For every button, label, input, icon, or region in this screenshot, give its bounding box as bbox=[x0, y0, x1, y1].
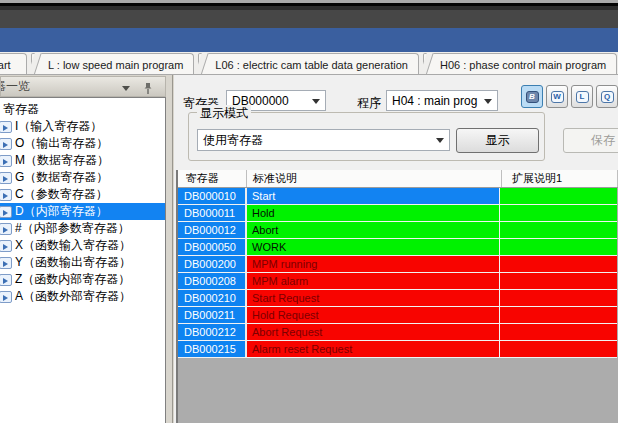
description-cell[interactable]: Abort Request bbox=[247, 324, 500, 341]
extended-description-cell[interactable] bbox=[500, 205, 617, 222]
description-cell[interactable]: MPM alarm bbox=[247, 273, 500, 290]
register-type-icon bbox=[0, 138, 12, 150]
column-header-extended-description[interactable]: 扩展说明1 bbox=[502, 170, 618, 187]
pane-header[interactable]: 寄存器一览 bbox=[0, 76, 166, 97]
tree-item-c-parameter-registers[interactable]: C（参数寄存器） bbox=[0, 186, 165, 203]
tab-start[interactable]: Start bbox=[0, 53, 27, 75]
tree-item-label: Y（函数输出寄存器） bbox=[15, 254, 131, 271]
format-quad-button[interactable]: Q bbox=[596, 85, 618, 108]
description-cell[interactable]: Abort bbox=[247, 222, 500, 239]
register-type-icon bbox=[0, 206, 12, 218]
pane-splitter[interactable] bbox=[168, 75, 173, 423]
tab-low-speed-main-program[interactable]: L : low speed main program bbox=[31, 53, 194, 75]
program-combo-label: 程序 bbox=[357, 95, 381, 112]
tree-item-function-output-registers[interactable]: Y（函数输出寄存器） bbox=[0, 254, 165, 271]
register-type-icon bbox=[0, 189, 12, 201]
quad-format-icon: Q bbox=[601, 91, 614, 103]
column-header-register[interactable]: 寄存器 bbox=[178, 170, 247, 187]
table-row[interactable]: DB000210 Start Request bbox=[178, 290, 618, 307]
tree-item-label: G（数据寄存器） bbox=[15, 169, 108, 186]
tree-item-function-internal-registers[interactable]: Z（函数内部寄存器） bbox=[0, 271, 165, 288]
table-row[interactable]: DB000200 MPM running bbox=[178, 256, 618, 273]
extended-description-cell[interactable] bbox=[500, 256, 617, 273]
tree-item-function-external-registers[interactable]: A（函数外部寄存器） bbox=[0, 288, 165, 305]
tree-item-registers-root[interactable]: 寄存器 bbox=[0, 101, 165, 118]
extended-description-cell[interactable] bbox=[500, 324, 617, 341]
tab-label: H06 : phase control main program bbox=[434, 59, 606, 71]
tree-item-output-registers[interactable]: O（输出寄存器） bbox=[0, 135, 165, 152]
show-button[interactable]: 显示 bbox=[456, 128, 539, 153]
table-row[interactable]: DB000010 Start bbox=[178, 188, 618, 205]
extended-description-cell[interactable] bbox=[500, 290, 617, 307]
extended-description-cell[interactable] bbox=[500, 273, 617, 290]
description-cell[interactable]: MPM running bbox=[247, 256, 500, 273]
table-row[interactable]: DB000215 Alarm reset Request bbox=[178, 341, 618, 358]
table-row[interactable]: DB000050 WORK bbox=[178, 239, 618, 256]
save-button[interactable]: 保存 bbox=[563, 128, 618, 153]
table-row[interactable]: DB000011 Hold bbox=[178, 205, 618, 222]
register-cell[interactable]: DB000200 bbox=[178, 256, 247, 273]
chevron-down-icon bbox=[436, 138, 444, 143]
format-word-button[interactable]: W bbox=[546, 85, 568, 108]
register-type-icon bbox=[0, 291, 12, 303]
show-button-label: 显示 bbox=[486, 132, 510, 149]
tree-item-label: D（内部寄存器） bbox=[15, 203, 108, 220]
extended-description-cell[interactable] bbox=[500, 222, 617, 239]
display-mode-combo[interactable]: 使用寄存器 bbox=[197, 129, 450, 151]
tree-item-label: C（参数寄存器） bbox=[15, 186, 108, 203]
register-cell[interactable]: DB000208 bbox=[178, 273, 247, 290]
long-format-icon: L bbox=[576, 91, 589, 103]
table-header-row: 寄存器 标准说明 扩展说明1 bbox=[178, 170, 618, 188]
display-mode-label: 显示模式 bbox=[197, 105, 251, 122]
tree-item-d-internal-registers[interactable]: D（内部寄存器） bbox=[0, 203, 165, 220]
tree-item-label: X（函数输入寄存器） bbox=[15, 237, 131, 254]
description-cell[interactable]: Start bbox=[247, 188, 500, 205]
register-cell[interactable]: DB000210 bbox=[178, 290, 247, 307]
register-cell[interactable]: DB000215 bbox=[178, 341, 247, 358]
register-type-icon bbox=[0, 155, 12, 167]
extended-description-cell[interactable] bbox=[500, 307, 617, 324]
tree-item-input-registers[interactable]: I（输入寄存器） bbox=[0, 118, 165, 135]
tree-item-internal-parameter-registers[interactable]: #（内部参数寄存器） bbox=[0, 220, 165, 237]
description-cell[interactable]: Hold Request bbox=[247, 307, 500, 324]
register-cell[interactable]: DB000211 bbox=[178, 307, 247, 324]
extended-description-cell[interactable] bbox=[500, 239, 617, 256]
tab-electric-cam-table[interactable]: L06 : electric cam table data generation bbox=[198, 53, 419, 75]
ribbon-band bbox=[0, 28, 618, 52]
format-long-button[interactable]: L bbox=[571, 85, 593, 108]
tree-item-label: O（输出寄存器） bbox=[15, 135, 108, 152]
register-cell[interactable]: DB000012 bbox=[178, 222, 247, 239]
description-cell[interactable]: WORK bbox=[247, 239, 500, 256]
tree-item-label: #（内部参数寄存器） bbox=[15, 220, 130, 237]
tree-item-m-data-registers[interactable]: M（数据寄存器） bbox=[0, 152, 165, 169]
table-row[interactable]: DB000212 Abort Request bbox=[178, 324, 618, 341]
tab-label: L06 : electric cam table data generation bbox=[209, 59, 408, 71]
register-tree: 寄存器 I（输入寄存器） O（输出寄存器） M（数据寄存器） G（数据寄存器） … bbox=[0, 97, 166, 423]
format-bit-button[interactable]: B bbox=[521, 85, 543, 108]
description-cell[interactable]: Alarm reset Request bbox=[247, 341, 500, 358]
register-type-icon bbox=[0, 172, 12, 184]
register-cell[interactable]: DB000212 bbox=[178, 324, 247, 341]
pane-pin-button[interactable] bbox=[141, 82, 155, 94]
program-combo[interactable]: H04 : main prog bbox=[386, 90, 498, 111]
program-combo-value: H04 : main prog bbox=[392, 94, 477, 108]
table-row[interactable]: DB000211 Hold Request bbox=[178, 307, 618, 324]
register-cell[interactable]: DB000011 bbox=[178, 205, 247, 222]
table-row[interactable]: DB000012 Abort bbox=[178, 222, 618, 239]
register-cell[interactable]: DB000010 bbox=[178, 188, 247, 205]
description-cell[interactable]: Start Request bbox=[247, 290, 500, 307]
register-cell[interactable]: DB000050 bbox=[178, 239, 247, 256]
pane-menu-button[interactable] bbox=[119, 82, 133, 94]
extended-description-cell[interactable] bbox=[500, 188, 617, 205]
tab-phase-control-main-program[interactable]: H06 : phase control main program bbox=[423, 53, 617, 75]
display-mode-groupbox: 显示模式 使用寄存器 显示 bbox=[188, 112, 545, 161]
tree-item-function-input-registers[interactable]: X（函数输入寄存器） bbox=[0, 237, 165, 254]
tree-item-g-data-registers[interactable]: G（数据寄存器） bbox=[0, 169, 165, 186]
register-list-document: 寄存器 DB000000 程序 H04 : main prog B W L Q … bbox=[174, 75, 618, 423]
description-cell[interactable]: Hold bbox=[247, 205, 500, 222]
extended-description-cell[interactable] bbox=[500, 341, 617, 358]
title-bar bbox=[0, 10, 618, 28]
table-row[interactable]: DB000208 MPM alarm bbox=[178, 273, 618, 290]
column-header-standard-description[interactable]: 标准说明 bbox=[247, 170, 502, 187]
register-list-pane: 寄存器一览 寄存器 I（输入寄存器） O（输出寄存器） M（数据寄存器） G（数… bbox=[0, 75, 168, 423]
